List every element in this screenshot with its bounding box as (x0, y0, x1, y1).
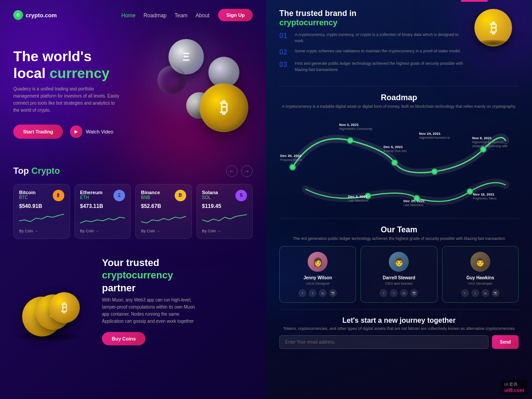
team-card-jenny: 👩 Jenny Wilson UI/Ux Designer f t in 📷 (279, 246, 356, 303)
darrell-twitter-icon[interactable]: t (390, 289, 398, 297)
send-button[interactable]: Send (492, 335, 519, 349)
crypto-nav-arrows: ← → (226, 165, 253, 177)
nav-item-team[interactable]: Team (175, 11, 188, 19)
crypto-card-sol: Solana SOL S $119.45 By Coin → (196, 184, 253, 239)
bnb-icon: B (175, 190, 186, 201)
darrell-linkedin-icon[interactable]: in (400, 289, 408, 297)
btc-link[interactable]: By Coin → (19, 229, 64, 233)
roadmap-node-1: Dec 20, 2021 Proposal for the (280, 154, 302, 162)
hero-title: The world's local currency (13, 48, 124, 82)
email-input[interactable] (279, 335, 489, 349)
eth-icon: Ξ (113, 190, 125, 201)
roadmap-node-4: Nov 24, 2021 Highshield founders to (419, 132, 450, 140)
bnb-link[interactable]: By Coin → (141, 229, 186, 233)
email-form: Send (279, 335, 519, 349)
signup-button[interactable]: Sign Up (218, 9, 253, 21)
journey-title: Let's start a new journey together (279, 317, 519, 325)
svg-point-3 (432, 169, 437, 174)
darrell-social: f t in 📷 (366, 289, 431, 297)
brand-item-2: 02 Some crypto schemes use validators to… (279, 48, 466, 56)
guy-facebook-icon[interactable]: f (461, 289, 469, 297)
jenny-social: f t in 📷 (285, 289, 350, 297)
svg-point-1 (348, 138, 353, 143)
partner-title: Your trusted cryptocurrency partner (102, 257, 253, 295)
team-cards-grid: 👩 Jenny Wilson UI/Ux Designer f t in 📷 👨… (279, 246, 519, 303)
crypto-card-bnb: Binance BNB B $52.67B By Coin → (135, 184, 192, 239)
svg-point-2 (392, 160, 397, 165)
crypto-cards-grid: Bitcoin BTC ₿ $540.91B By Coin → (13, 184, 253, 239)
jenny-twitter-icon[interactable]: t (309, 289, 317, 297)
roadmap-section: Roadmap A cryptocurrency is a tradable d… (279, 93, 519, 211)
nav-item-roadmap[interactable]: Roadmap (144, 11, 167, 19)
guy-instagram-icon[interactable]: 📷 (492, 289, 500, 297)
guy-avatar: 👨 (470, 252, 490, 272)
right-panel: The trusted brand in cryptocurrency 01 A… (266, 0, 532, 399)
start-trading-button[interactable]: Start Trading (13, 125, 63, 139)
btc-icon: ₿ (53, 190, 64, 201)
jenny-facebook-icon[interactable]: f (298, 289, 306, 297)
roadmap-node-5: Nov 8, 2021 Highshield Announced Strateg… (472, 136, 512, 148)
logo-text: crypto.com (26, 12, 57, 19)
roadmap-visual: Dec 20, 2021 Proposal for the Nov 3, 202… (279, 114, 519, 211)
pink-accent-bar (461, 0, 488, 2)
team-section: Our Team The 4rd generation public ledge… (279, 225, 519, 303)
journey-subtitle: Tokens, cryptocurrencies, and other type… (279, 326, 519, 331)
crypto-title: Top Crypto (13, 166, 60, 176)
team-card-darrell: 👨 Darrell Steward CEO and founder f t in… (360, 246, 437, 303)
brand-items-list: 01 A cryptocurrency, crypto currency, or… (279, 32, 466, 73)
prev-arrow[interactable]: ← (226, 165, 238, 177)
next-arrow[interactable]: → (241, 165, 253, 177)
logo[interactable]: © crypto.com (13, 10, 57, 20)
brand-title: The trusted brand in cryptocurrency (279, 9, 466, 27)
buy-coins-button[interactable]: Buy Coins (102, 332, 145, 345)
journey-section: Let's start a new journey together Token… (279, 317, 519, 349)
darrell-instagram-icon[interactable]: 📷 (410, 289, 418, 297)
roadmap-node-2: Nov 3, 2021 Highshield's Community (339, 123, 372, 131)
guy-social: f t in 📷 (448, 289, 513, 297)
roadmap-node-6: Dec 3, 2021 Last Milestone: (348, 195, 369, 203)
roadmap-node-3: Dec 6, 2021 A Deep Dive into (383, 145, 407, 153)
roadmap-title: Roadmap (279, 93, 519, 102)
jenny-instagram-icon[interactable]: 📷 (329, 289, 337, 297)
nav-item-about[interactable]: About (196, 11, 209, 19)
darrell-avatar: 👨 (389, 252, 409, 272)
sol-chart (202, 212, 247, 225)
svg-point-0 (290, 164, 295, 170)
hero-section: The world's local currency Quadecy is a … (0, 30, 266, 152)
nav-links: Home Roadmap Team About (121, 11, 210, 19)
trusted-brand-section: The trusted brand in cryptocurrency 01 A… (279, 9, 519, 77)
jenny-avatar: 👩 (308, 252, 328, 272)
btc-chart (19, 212, 64, 225)
guy-twitter-icon[interactable]: t (471, 289, 479, 297)
watermark: ui·老兽 uil8.com (501, 379, 528, 395)
watermark-text: ui·老兽 (504, 381, 524, 387)
btc-coin-visual (200, 83, 248, 132)
hero-coins-visual (133, 21, 266, 145)
roadmap-node-8: Nov 16, 2021 Frightenex Takes (473, 192, 497, 200)
crypto-card-eth: Ethereum ETH Ξ $473.11B By Coin → (74, 184, 131, 239)
guy-linkedin-icon[interactable]: in (481, 289, 489, 297)
roadmap-subtitle: A cryptocurrency is a tradable digital a… (279, 104, 519, 109)
roadmap-node-7: Dec 25, 2021 Last Milestone (403, 199, 425, 207)
watch-video-button[interactable]: ▶ Watch Video (70, 125, 113, 138)
bnb-chart (141, 212, 186, 225)
sol-link[interactable]: By Coin → (202, 229, 247, 233)
logo-icon: © (13, 10, 23, 20)
partner-text: Your trusted cryptocurrency partner With… (102, 257, 253, 345)
nav-item-home[interactable]: Home (121, 11, 136, 19)
brand-item-1: 01 A cryptocurrency, crypto currency, or… (279, 32, 466, 44)
partner-section: Your trusted cryptocurrency partner With… (0, 248, 266, 359)
svg-point-7 (467, 189, 473, 194)
hero-subtitle: Quadecy is a unified trading and portfol… (13, 86, 120, 114)
eth-link[interactable]: By Coin → (80, 229, 125, 233)
team-card-guy: 👨 Guy Hawkins UXX Developer f t in 📷 (442, 246, 519, 303)
navbar: © crypto.com Home Roadmap Team About Sig… (0, 0, 266, 30)
darrell-facebook-icon[interactable]: f (379, 289, 387, 297)
jenny-linkedin-icon[interactable]: in (319, 289, 327, 297)
brand-bitcoin-visual (474, 9, 519, 44)
brand-item-3: 03 First and generate public ledger tech… (279, 61, 466, 73)
left-panel: © crypto.com Home Roadmap Team About Sig… (0, 0, 266, 399)
team-subtitle: The 4rd generation public ledger technol… (279, 236, 519, 241)
team-title: Our Team (279, 225, 519, 235)
eth-chart (80, 212, 125, 225)
